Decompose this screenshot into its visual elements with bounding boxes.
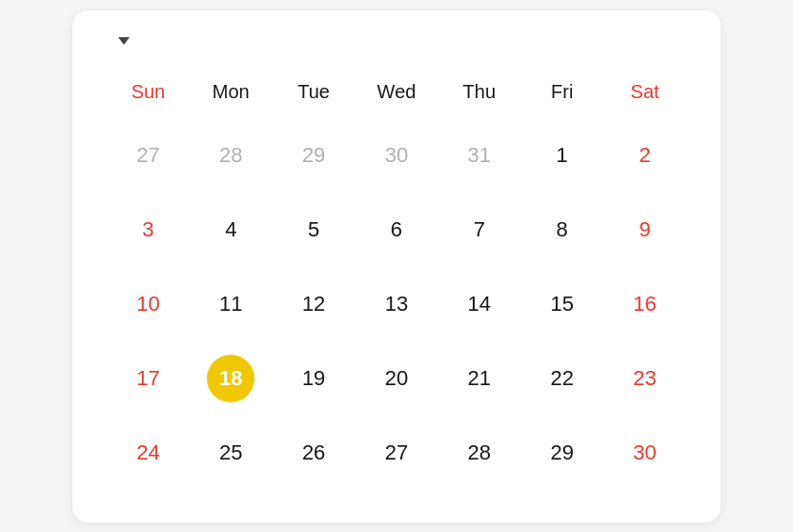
day-number: 18 — [207, 355, 254, 402]
day-number: 5 — [290, 206, 337, 254]
day-header-fri: Fri — [520, 72, 603, 113]
day-number: 10 — [124, 280, 172, 328]
day-cell[interactable]: 29 — [520, 418, 603, 488]
day-number: 27 — [124, 132, 172, 179]
day-cell[interactable]: 5 — [273, 194, 356, 265]
dropdown-arrow-icon — [118, 37, 130, 45]
day-number: 29 — [290, 132, 337, 179]
day-number: 2 — [621, 132, 669, 179]
day-cell[interactable]: 15 — [520, 269, 603, 339]
day-cell[interactable]: 27 — [107, 120, 190, 191]
day-cell[interactable]: 11 — [190, 269, 273, 339]
day-number: 13 — [373, 280, 420, 328]
day-number: 30 — [621, 429, 669, 477]
day-cell[interactable]: 30 — [356, 120, 438, 191]
calendar-header — [107, 37, 686, 45]
day-number: 24 — [124, 429, 172, 477]
day-number: 26 — [290, 429, 337, 477]
day-number: 9 — [621, 206, 669, 254]
day-cell[interactable]: 18 — [190, 343, 273, 414]
day-cell[interactable]: 2 — [603, 120, 686, 191]
day-number: 8 — [539, 206, 586, 254]
day-headers-row: SunMonTueWedThuFriSat — [107, 72, 686, 113]
day-cell[interactable]: 29 — [273, 120, 356, 191]
day-number: 17 — [124, 355, 172, 402]
day-cell[interactable]: 20 — [356, 343, 438, 414]
calendar-selector[interactable] — [107, 37, 130, 45]
day-cell[interactable]: 8 — [520, 194, 603, 265]
day-number: 7 — [456, 206, 503, 254]
day-number: 27 — [373, 429, 420, 477]
day-header-wed: Wed — [356, 72, 438, 113]
day-number: 21 — [456, 355, 503, 402]
calendar-grid: SunMonTueWedThuFriSat 272829303112345678… — [107, 72, 686, 488]
day-cell[interactable]: 23 — [603, 343, 686, 414]
day-cell[interactable]: 30 — [603, 418, 686, 488]
day-number: 23 — [621, 355, 669, 402]
day-number: 28 — [456, 429, 503, 477]
day-cell[interactable]: 7 — [437, 194, 520, 265]
day-cell[interactable]: 19 — [273, 343, 356, 414]
day-cell[interactable]: 17 — [107, 343, 190, 414]
day-cell[interactable]: 24 — [107, 418, 190, 488]
day-number: 30 — [373, 132, 420, 179]
day-cell[interactable]: 13 — [356, 269, 438, 339]
day-number: 14 — [456, 280, 503, 328]
day-cell[interactable]: 10 — [107, 269, 190, 339]
day-cell[interactable]: 21 — [437, 343, 520, 414]
day-number: 15 — [539, 280, 586, 328]
day-cell[interactable]: 27 — [356, 418, 438, 488]
day-number: 28 — [207, 132, 254, 179]
day-number: 3 — [124, 206, 172, 254]
day-number: 6 — [373, 206, 420, 254]
day-header-tue: Tue — [273, 72, 356, 113]
day-cell[interactable]: 12 — [273, 269, 356, 339]
day-cell[interactable]: 1 — [520, 120, 603, 191]
day-number: 22 — [539, 355, 586, 402]
day-cell[interactable]: 22 — [520, 343, 603, 414]
day-number: 12 — [290, 280, 337, 328]
calendar-days: 2728293031123456789101112131415161718192… — [107, 120, 686, 488]
day-cell[interactable]: 16 — [603, 269, 686, 339]
day-cell[interactable]: 25 — [190, 418, 273, 488]
day-number: 29 — [539, 429, 586, 477]
day-cell[interactable]: 3 — [107, 194, 190, 265]
day-number: 31 — [456, 132, 503, 179]
day-header-sat: Sat — [603, 72, 686, 113]
day-header-mon: Mon — [190, 72, 273, 113]
day-cell[interactable]: 4 — [190, 194, 273, 265]
day-number: 25 — [207, 429, 254, 477]
day-number: 11 — [207, 280, 254, 328]
day-number: 4 — [207, 206, 254, 254]
day-cell[interactable]: 9 — [603, 194, 686, 265]
day-cell[interactable]: 14 — [437, 269, 520, 339]
day-number: 19 — [290, 355, 337, 402]
day-cell[interactable]: 6 — [356, 194, 438, 265]
day-cell[interactable]: 26 — [273, 418, 356, 488]
day-number: 20 — [373, 355, 420, 402]
day-cell[interactable]: 31 — [437, 120, 520, 191]
day-header-thu: Thu — [437, 72, 520, 113]
day-cell[interactable]: 28 — [437, 418, 520, 488]
calendar-container: SunMonTueWedThuFriSat 272829303112345678… — [72, 10, 721, 522]
day-cell[interactable]: 28 — [190, 120, 273, 191]
day-number: 16 — [621, 280, 669, 328]
day-number: 1 — [539, 132, 586, 179]
day-header-sun: Sun — [107, 72, 190, 113]
